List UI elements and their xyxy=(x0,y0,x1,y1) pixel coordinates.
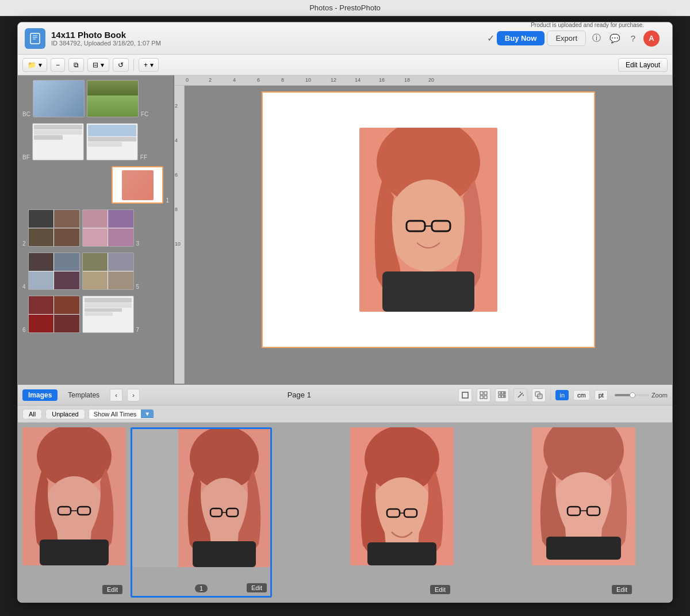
grid-view-button[interactable] xyxy=(477,388,490,402)
pages-sidebar: BC FC BF xyxy=(18,75,174,384)
unit-cm-button[interactable]: cm xyxy=(573,390,590,400)
photo-2-number: 1 xyxy=(195,584,208,592)
ruler-10: 10 xyxy=(305,77,311,83)
photo-1-edit-button[interactable]: Edit xyxy=(102,585,122,594)
bf-label: BF xyxy=(22,154,30,160)
show-times-dropdown[interactable]: Show All Times ▼ xyxy=(89,409,155,419)
bottom-toolbar: Images Templates ‹ › Page 1 xyxy=(18,385,672,405)
photo-3-edit-button[interactable]: Edit xyxy=(430,585,450,594)
bf-thumb[interactable] xyxy=(32,123,84,160)
page-2-thumb[interactable] xyxy=(28,209,80,247)
zoom-slider-track[interactable] xyxy=(615,394,649,396)
list-view-button[interactable] xyxy=(495,388,509,402)
app-title: Photos - PrestoPhoto xyxy=(309,3,381,12)
svg-rect-15 xyxy=(484,396,487,399)
ruler-left: 2 4 6 8 10 xyxy=(174,86,185,384)
back-cover-thumb[interactable] xyxy=(33,80,85,117)
photo-3-image xyxy=(350,427,454,565)
ruler-4: 4 xyxy=(233,77,236,83)
layout-toggle-button[interactable]: ⊟ ▾ xyxy=(87,58,109,72)
ruler-v-2: 2 xyxy=(175,103,178,109)
prev-page-button[interactable]: ‹ xyxy=(110,389,122,401)
svg-rect-30 xyxy=(40,540,109,565)
folder-icon: 📁 xyxy=(28,61,36,69)
next-page-button[interactable]: › xyxy=(127,389,140,401)
show-times-arrow[interactable]: ▼ xyxy=(141,410,154,418)
duplicate-icon: ⧉ xyxy=(74,61,79,69)
book-icon xyxy=(25,28,45,49)
wand-view-button[interactable] xyxy=(513,388,527,402)
overlay-view-button[interactable] xyxy=(532,388,546,402)
check-icon: ✓ xyxy=(487,33,494,44)
minus-icon: − xyxy=(56,61,60,69)
page-4-thumb[interactable] xyxy=(28,252,80,290)
page-1-thumb[interactable] xyxy=(112,166,163,204)
buy-now-button[interactable]: Buy Now xyxy=(497,31,545,45)
photo-item-2: 1 Edit xyxy=(131,427,272,598)
photo-thumb-4[interactable] xyxy=(532,427,635,565)
filter-all-button[interactable]: All xyxy=(22,409,42,419)
layout-icon: ⊟ xyxy=(93,61,98,69)
photo-4-image xyxy=(532,427,635,565)
unit-in-button[interactable]: in xyxy=(555,390,569,400)
images-tab-button[interactable]: Images xyxy=(22,389,57,401)
front-cover-thumb[interactable] xyxy=(87,80,139,117)
page-7-thumb[interactable] xyxy=(82,296,134,333)
refresh-button[interactable]: ↺ xyxy=(113,58,129,72)
ruler-2: 2 xyxy=(209,77,212,83)
folder-button[interactable]: 📁 ▾ xyxy=(22,58,47,72)
photo-thumb-3[interactable] xyxy=(350,427,454,565)
photo-thumb-1[interactable] xyxy=(22,427,126,565)
page-6-thumb[interactable] xyxy=(28,296,80,333)
spacer xyxy=(277,427,346,598)
svg-rect-13 xyxy=(484,392,487,395)
ruler-6: 6 xyxy=(257,77,260,83)
book-info: 14x11 Photo Book ID 384792, Uploaded 3/1… xyxy=(51,30,481,47)
single-view-button[interactable] xyxy=(458,388,472,402)
minus-button[interactable]: − xyxy=(51,58,65,72)
add-button[interactable]: + ▾ xyxy=(139,58,159,72)
svg-rect-26 xyxy=(538,394,542,399)
svg-rect-16 xyxy=(499,392,501,394)
info-icon[interactable]: ⓘ xyxy=(588,30,604,47)
photo-4-edit-button[interactable]: Edit xyxy=(612,585,632,594)
svg-rect-21 xyxy=(504,395,505,397)
title-bar: Photos - PrestoPhoto xyxy=(0,0,690,16)
page-6-label: 6 xyxy=(22,327,26,333)
edit-layout-button[interactable]: Edit Layout xyxy=(618,58,668,72)
svg-rect-14 xyxy=(480,396,483,399)
export-button[interactable]: Export xyxy=(547,30,586,46)
svg-rect-37 xyxy=(193,541,256,567)
pages-4-5-row: 4 5 xyxy=(22,252,169,290)
book-subtitle: ID 384792, Uploaded 3/18/20, 1:07 PM xyxy=(51,40,481,47)
zoom-control: Zoom xyxy=(615,392,668,399)
ruler-18: 18 xyxy=(404,77,410,83)
unit-pt-button[interactable]: pt xyxy=(595,390,608,400)
main-canvas-area: 0 2 4 6 8 10 12 14 16 18 20 2 4 6 8 10 xyxy=(174,75,672,384)
ruler-14: 14 xyxy=(355,77,361,83)
page-3-thumb[interactable] xyxy=(82,209,134,247)
chat-icon[interactable]: 💬 xyxy=(607,30,623,47)
photo-2-edit-button[interactable]: Edit xyxy=(247,583,267,592)
ruler-8: 8 xyxy=(281,77,284,83)
photo-thumb-2[interactable] xyxy=(132,429,270,567)
avatar[interactable]: A xyxy=(643,30,660,47)
ff-thumb[interactable] xyxy=(86,123,138,160)
page-2-label: 2 xyxy=(22,240,26,247)
plus-icon: + xyxy=(144,61,148,69)
page-5-thumb[interactable] xyxy=(82,252,134,290)
duplicate-button[interactable]: ⧉ xyxy=(68,58,84,72)
svg-rect-19 xyxy=(499,395,501,397)
page-5-label: 5 xyxy=(136,284,140,290)
separator-1 xyxy=(133,59,134,71)
bc-label: BC xyxy=(22,111,30,117)
photo-2-image xyxy=(178,429,270,567)
templates-tab-button[interactable]: Templates xyxy=(62,389,105,401)
help-icon[interactable]: ? xyxy=(625,30,641,47)
svg-rect-51 xyxy=(546,537,621,560)
window-header: 14x11 Photo Book ID 384792, Uploaded 3/1… xyxy=(18,22,672,55)
filter-unplaced-button[interactable]: Unplaced xyxy=(45,409,85,419)
zoom-label: Zoom xyxy=(651,392,668,399)
fc-label: FC xyxy=(141,111,148,117)
zoom-slider-handle[interactable] xyxy=(630,392,635,398)
